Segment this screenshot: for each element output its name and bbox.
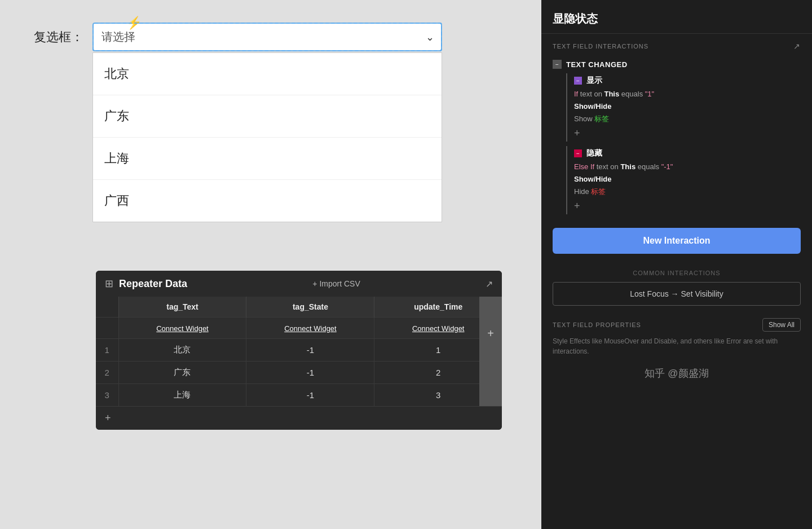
collapse-hide-button[interactable]: − — [574, 149, 582, 157]
chevron-down-icon: ⌄ — [426, 31, 434, 43]
cell-guangdong-state[interactable]: -1 — [246, 362, 374, 384]
row-num-2: 2 — [96, 362, 118, 384]
combobox-wrapper: 请选择 ⚡ ⌄ 北京 广东 上海 广西 — [92, 23, 442, 51]
repeater-header: ⊞ Repeater Data + Import CSV ↗ — [96, 271, 502, 297]
show-action-header: − 显示 — [574, 73, 801, 88]
cell-beijing-state[interactable]: -1 — [246, 339, 374, 362]
combobox-input[interactable]: 请选择 — [92, 23, 442, 51]
common-interactions-label: COMMON INTERACTIONS — [553, 270, 801, 276]
add-show-condition-button[interactable]: + — [574, 125, 801, 142]
bolt-icon: ⚡ — [126, 16, 142, 30]
import-csv-button[interactable]: + Import CSV — [312, 279, 360, 288]
show-action-group: − 显示 If text on This equals "1" Show/Hid… — [566, 73, 801, 142]
right-panel-header: 显隐状态 — [541, 0, 812, 34]
cell-beijing-text[interactable]: 北京 — [118, 339, 246, 362]
col-header-tag-text[interactable]: tag_Text — [118, 297, 246, 318]
right-panel: 显隐状态 TEXT FIELD INTERACTIONS ↗ − TEXT CH… — [541, 0, 812, 529]
dropdown-item-guangdong[interactable]: 广东 — [93, 95, 442, 138]
main-area: 复选框： 请选择 ⚡ ⌄ 北京 广东 上海 广西 ⊞ Repeater Data… — [0, 0, 541, 529]
combobox-row: 复选框： 请选择 ⚡ ⌄ 北京 广东 上海 广西 — [34, 23, 541, 51]
hide-action-detail: Hide 标签 — [574, 186, 801, 198]
common-interactions-section: COMMON INTERACTIONS Lost Focus → Set Vis… — [541, 263, 812, 309]
hide-action-header: − 隐藏 — [574, 146, 801, 161]
watermark: 知乎 @颜盛湖 — [541, 361, 812, 386]
combobox-label: 复选框： — [34, 29, 83, 46]
table-row: 1 北京 -1 1 — [96, 339, 502, 362]
show-action-detail: Show 标签 — [574, 113, 801, 125]
combobox-input-text: 请选择 — [102, 29, 135, 45]
properties-description: Style Effects like MouseOver and Disable… — [553, 336, 801, 356]
cell-shanghai-state[interactable]: -1 — [246, 384, 374, 407]
repeater-title-group: ⊞ Repeater Data — [105, 277, 187, 290]
expand-icon[interactable]: ↗ — [486, 279, 493, 289]
text-field-interactions-label: TEXT FIELD INTERACTIONS ↗ — [541, 34, 812, 55]
interactions-section-text: TEXT FIELD INTERACTIONS — [553, 43, 648, 50]
event-text-changed: TEXT CHANGED — [566, 60, 628, 69]
col-header-tag-state[interactable]: tag_State — [246, 297, 374, 318]
collapse-text-changed-button[interactable]: − — [553, 60, 562, 69]
dropdown-menu: 北京 广东 上海 广西 — [92, 52, 442, 222]
dropdown-item-beijing[interactable]: 北京 — [93, 53, 442, 95]
repeater-panel: ⊞ Repeater Data + Import CSV ↗ tag_Text … — [96, 271, 502, 430]
table-row: 3 上海 -1 3 — [96, 384, 502, 407]
table-icon: ⊞ — [105, 277, 113, 290]
dropdown-item-guangxi[interactable]: 广西 — [93, 180, 442, 222]
show-action-name: 显示 — [586, 76, 602, 86]
new-interaction-button[interactable]: New Interaction — [553, 228, 801, 254]
connect-widget-link-update-time[interactable]: Connect Widget — [412, 324, 465, 333]
show-hide-label-1: Show/Hide — [574, 100, 801, 113]
show-all-button[interactable]: Show All — [762, 318, 801, 332]
lost-focus-set-visibility[interactable]: Lost Focus → Set Visibility — [553, 282, 801, 306]
repeater-title: Repeater Data — [119, 278, 187, 290]
empty-cell — [96, 318, 118, 339]
table-header-row: tag_Text tag_State update_Time — [96, 297, 502, 318]
connect-widget-tag-text[interactable]: Connect Widget — [118, 318, 246, 339]
collapse-show-button[interactable]: − — [574, 77, 582, 85]
cell-guangdong-text[interactable]: 广东 — [118, 362, 246, 384]
row-num-3: 3 — [96, 384, 118, 407]
add-row-button[interactable]: + — [96, 406, 502, 430]
connect-widget-link-tag-state[interactable]: Connect Widget — [284, 324, 337, 333]
props-header: TEXT FIELD PROPERTIES Show All — [553, 318, 801, 332]
repeater-table: tag_Text tag_State update_Time Connect W… — [96, 297, 502, 406]
hide-action-name: 隐藏 — [586, 148, 602, 158]
panel-title: 显隐状态 — [553, 12, 598, 25]
show-hide-label-2: Show/Hide — [574, 173, 801, 186]
table-row: 2 广东 -1 2 — [96, 362, 502, 384]
row-num-1: 1 — [96, 339, 118, 362]
row-num-header — [96, 297, 118, 318]
hide-action-group: − 隐藏 Else If text on This equals "-1" Sh… — [566, 146, 801, 214]
interaction-block: − TEXT CHANGED − 显示 If text on This equa… — [541, 55, 812, 219]
table-wrapper: tag_Text tag_State update_Time Connect W… — [96, 297, 502, 406]
cell-shanghai-text[interactable]: 上海 — [118, 384, 246, 407]
add-column-button[interactable]: + — [479, 297, 502, 406]
connect-widget-row: Connect Widget Connect Widget Connect Wi… — [96, 318, 502, 339]
event-row: − TEXT CHANGED — [553, 55, 801, 73]
show-condition: If text on This equals "1" — [574, 88, 801, 100]
external-link-icon[interactable]: ↗ — [793, 42, 801, 51]
dropdown-item-shanghai[interactable]: 上海 — [93, 138, 442, 180]
connect-widget-link-tag-text[interactable]: Connect Widget — [156, 324, 209, 333]
text-field-props-section: TEXT FIELD PROPERTIES Show All Style Eff… — [541, 309, 812, 361]
add-hide-condition-button[interactable]: + — [574, 198, 801, 214]
hide-condition: Else If text on This equals "-1" — [574, 161, 801, 173]
text-field-properties-label: TEXT FIELD PROPERTIES — [553, 321, 641, 328]
connect-widget-tag-state[interactable]: Connect Widget — [246, 318, 374, 339]
